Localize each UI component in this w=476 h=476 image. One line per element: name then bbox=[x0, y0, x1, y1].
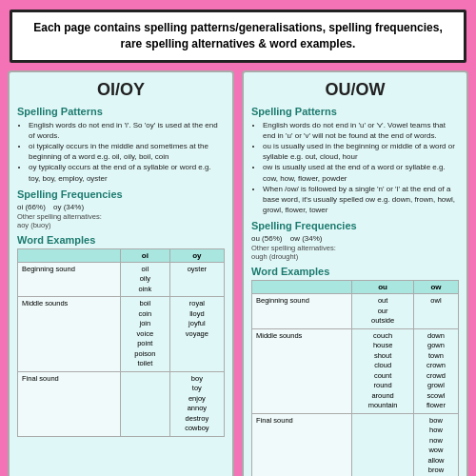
cell-oi-final bbox=[120, 371, 169, 436]
cell-ow-final: bow how now wow allow brow bbox=[413, 413, 458, 476]
cell-oy-final: boy toy enjoy annoy destroy cowboy bbox=[169, 371, 224, 436]
card2-word-examples-heading: Word Examples bbox=[251, 266, 459, 277]
row-label-middle: Middle sounds bbox=[252, 328, 352, 413]
list-item: oy typically occurs at the end of a syll… bbox=[29, 162, 225, 183]
col-header-empty bbox=[18, 248, 121, 262]
card1-table: oi oy Beginning sound oil oily oink oyst… bbox=[17, 248, 225, 437]
table-row: Middle sounds boil coin join voice point… bbox=[18, 297, 225, 372]
card-oi-oy: OI/OY Spelling Patterns English words do… bbox=[8, 70, 234, 476]
col-header-empty bbox=[252, 281, 352, 294]
card1-title: OI/OY bbox=[17, 80, 225, 100]
row-label-beginning: Beginning sound bbox=[18, 262, 121, 297]
card2-patterns-list: English words do not end in 'u' or 'v'. … bbox=[251, 120, 459, 216]
row-label-final: Final sound bbox=[18, 371, 121, 436]
card1-word-examples-heading: Word Examples bbox=[17, 234, 225, 246]
list-item: oi typically occurs in the middle and so… bbox=[29, 141, 225, 162]
card-ou-ow: OU/OW Spelling Patterns English words do… bbox=[242, 70, 468, 476]
col-header-ow: ow bbox=[413, 281, 458, 294]
cell-oy-beginning: oyster bbox=[169, 262, 224, 297]
card2-freq-ou: ou (56%) bbox=[251, 234, 282, 243]
row-label-final: Final sound bbox=[252, 413, 352, 476]
card1-frequencies-heading: Spelling Frequencies bbox=[17, 188, 225, 200]
card2-freq-ow: ow (34%) bbox=[290, 234, 323, 243]
list-item: ow is usually used at the end of a word … bbox=[263, 162, 459, 183]
row-label-middle: Middle sounds bbox=[18, 297, 121, 372]
card2-spelling-patterns-heading: Spelling Patterns bbox=[251, 106, 459, 117]
cell-ou-beginning: out our outside bbox=[352, 294, 414, 329]
card1-patterns-list: English words do not end in 'i'. So 'oy'… bbox=[17, 120, 225, 184]
cell-oi-beginning: oil oily oink bbox=[120, 262, 169, 297]
card1-freq-row: oi (66%) oy (34%) bbox=[17, 203, 225, 211]
card1-spelling-patterns-heading: Spelling Patterns bbox=[17, 106, 225, 117]
card2-freq-row: ou (56%) ow (34%) bbox=[251, 234, 459, 243]
card2-title: OU/OW bbox=[251, 80, 459, 100]
cards-row: OI/OY Spelling Patterns English words do… bbox=[8, 70, 468, 476]
row-label-beginning: Beginning sound bbox=[252, 294, 352, 329]
table-row: Beginning sound oil oily oink oyster bbox=[18, 262, 225, 297]
cell-ow-beginning: owl bbox=[413, 294, 458, 329]
cell-ow-middle: down gown town crown crowd growl scowl f… bbox=[413, 328, 458, 413]
cell-oi-middle: boil coin join voice point poison toilet bbox=[120, 297, 169, 372]
table-row: Final sound bow how now wow allow brow bbox=[252, 413, 459, 476]
table-row: Beginning sound out our outside owl bbox=[252, 294, 459, 329]
main-banner: Each page contains spelling patterns/gen… bbox=[10, 10, 466, 63]
col-header-oi: oi bbox=[120, 248, 169, 262]
card1-other-spelling: Other spelling alternatives: aoy (buoy) bbox=[17, 212, 225, 229]
col-header-oy: oy bbox=[169, 248, 224, 262]
table-header-row: ou ow bbox=[252, 281, 459, 294]
card2-other-spelling: Other spelling alternatives: ough (droug… bbox=[251, 244, 459, 261]
list-item: English words do not end in 'i'. So 'oy'… bbox=[29, 120, 225, 141]
list-item: English words do not end in 'u' or 'v'. … bbox=[263, 120, 459, 141]
cell-ou-final bbox=[352, 413, 414, 476]
card2-table: ou ow Beginning sound out our outside ow… bbox=[251, 280, 459, 476]
cell-oy-middle: royal lloyd joyful voyage bbox=[169, 297, 224, 372]
card1-freq-oy: oy (34%) bbox=[53, 203, 84, 211]
list-item: ou is usually used in the beginning or m… bbox=[263, 141, 459, 162]
cell-ou-middle: couch house shout cloud count round arou… bbox=[352, 328, 414, 413]
table-row: Final sound boy toy enjoy annoy destroy … bbox=[18, 371, 225, 436]
card2-frequencies-heading: Spelling Frequencies bbox=[251, 220, 459, 231]
list-item: When /ow/ is followed by a single 'n' or… bbox=[263, 184, 459, 216]
col-header-ou: ou bbox=[352, 281, 414, 294]
card1-freq-oi: oi (66%) bbox=[17, 203, 46, 211]
table-row: Middle sounds couch house shout cloud co… bbox=[252, 328, 459, 413]
table-header-row: oi oy bbox=[18, 248, 225, 262]
